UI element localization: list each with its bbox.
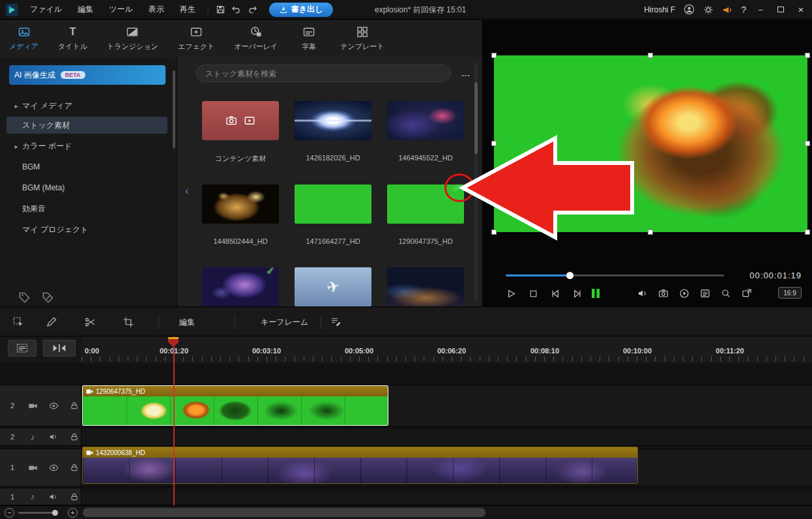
export-button[interactable]: 書き出し — [269, 3, 334, 17]
announcement-megaphone-icon[interactable] — [722, 5, 732, 15]
stock-thumbnail-1464945522[interactable] — [387, 101, 464, 140]
ai-image-generation-button[interactable]: AI 画像生成 BETA — [9, 65, 166, 85]
track-visibility-eye-icon[interactable] — [48, 400, 59, 411]
track-lock-icon[interactable] — [69, 400, 80, 411]
edit-button[interactable]: 編集 — [179, 317, 195, 328]
tag-icon[interactable] — [17, 289, 33, 305]
aspect-ratio-badge[interactable]: 16:9 — [778, 287, 802, 299]
audio-track-1-lane[interactable]: 1 ♪ — [0, 488, 812, 505]
seek-slider-knob[interactable] — [566, 272, 573, 279]
crop-trim-button[interactable] — [120, 314, 137, 331]
sidebar-item-sound-effects[interactable]: 効果音 — [0, 200, 177, 218]
sidebar-item-my-projects[interactable]: マイ プロジェクト — [0, 220, 177, 239]
pen-tool-button[interactable] — [43, 314, 60, 331]
stock-thumbnail-city[interactable] — [387, 267, 464, 306]
track-lock-icon[interactable] — [69, 462, 80, 473]
video-track-icon — [27, 462, 38, 473]
sidebar-item-bgm-meta[interactable]: BGM (Meta) — [0, 179, 177, 197]
stop-button[interactable] — [525, 285, 542, 302]
split-scissors-button[interactable] — [81, 314, 98, 331]
panel-collapse-chevron-icon[interactable]: ‹ — [182, 183, 192, 200]
save-icon[interactable] — [213, 5, 229, 14]
help-icon[interactable]: ? — [741, 5, 746, 15]
zoom-preview-button[interactable] — [718, 285, 734, 302]
zoom-in-button[interactable]: + — [68, 508, 78, 518]
tab-template[interactable]: テンプレート — [340, 25, 384, 52]
preview-quality-list-button[interactable] — [697, 285, 714, 302]
timeline-zoom-knob[interactable] — [52, 510, 58, 516]
tab-overlay[interactable]: オーバーレイ — [234, 25, 278, 52]
notes-properties-button[interactable] — [327, 314, 344, 331]
minimize-button[interactable]: – — [755, 4, 766, 16]
stock-thumbnail-nebula[interactable]: ✓ — [202, 267, 279, 306]
undo-icon[interactable] — [229, 5, 244, 15]
playhead-line — [173, 336, 175, 505]
pause-indicator-button[interactable] — [587, 285, 604, 302]
tab-effect[interactable]: エフェクト — [178, 25, 214, 52]
sidebar-item-color-board[interactable]: ▸ カラー ボード — [0, 137, 177, 155]
play-button[interactable] — [502, 285, 519, 302]
track-lock-icon[interactable] — [69, 492, 80, 502]
sidebar-scrollbar[interactable] — [173, 70, 175, 149]
render-preview-button[interactable] — [676, 285, 693, 302]
settings-gear-icon[interactable] — [703, 5, 714, 15]
track-mute-speaker-icon[interactable] — [48, 432, 59, 442]
redo-icon[interactable] — [244, 5, 260, 15]
sidebar-item-bgm[interactable]: BGM — [0, 158, 177, 176]
timeline-zoom-slider[interactable] — [18, 512, 57, 514]
snap-align-button[interactable] — [43, 340, 76, 357]
seek-slider[interactable] — [506, 274, 724, 276]
next-frame-button[interactable] — [568, 285, 585, 302]
selection-handle[interactable] — [648, 230, 653, 235]
sidebar-item-stock-media[interactable]: ストック素材 — [0, 116, 177, 134]
selection-handle[interactable] — [805, 53, 810, 58]
selection-handle[interactable] — [805, 230, 810, 235]
stock-thumbnail-1471664277[interactable] — [295, 185, 371, 224]
selection-handle[interactable] — [648, 53, 653, 58]
menu-tools[interactable]: ツール — [101, 0, 141, 20]
stock-thumbnail-1426182026[interactable] — [295, 101, 371, 140]
menu-play[interactable]: 再生 — [172, 0, 203, 20]
selection-handle[interactable] — [805, 141, 810, 146]
search-input[interactable] — [196, 65, 451, 82]
tab-transition[interactable]: トランジション — [107, 25, 158, 52]
project-status: explosion* 前回保存 15:01 — [375, 0, 466, 20]
menu-file[interactable]: ファイル — [22, 0, 70, 20]
audio-track-2-lane[interactable]: 2 ♪ — [0, 428, 812, 446]
timeline-clip-1432000638[interactable]: 1432000638_HD — [82, 447, 638, 484]
sidebar-item-label: 効果音 — [22, 203, 46, 215]
keyframe-button[interactable]: キーフレーム — [261, 317, 308, 328]
track-visibility-eye-icon[interactable] — [48, 462, 59, 473]
sidebar-item-my-media[interactable]: ▸ マイ メディア — [0, 96, 177, 115]
stock-thumbnail-1448502444[interactable] — [202, 185, 279, 224]
account-icon[interactable] — [684, 4, 695, 15]
expand-arrow-icon: ▸ — [10, 143, 22, 150]
track-mute-speaker-icon[interactable] — [48, 492, 59, 502]
menu-edit[interactable]: 編集 — [70, 0, 101, 20]
timeline-ruler[interactable]: 0:00 00:01:20 00:03:10 00:05:00 00:06:20… — [81, 336, 812, 363]
previous-frame-button[interactable] — [547, 285, 564, 302]
timeline-horizontal-scrollbar[interactable] — [83, 508, 486, 517]
track-lock-icon[interactable] — [69, 432, 80, 442]
tab-media[interactable]: メディア — [9, 25, 38, 52]
detach-preview-button[interactable] — [738, 285, 755, 302]
zoom-out-button[interactable]: − — [5, 508, 14, 518]
menu-view[interactable]: 表示 — [141, 0, 172, 20]
more-options-button[interactable]: ... — [456, 65, 476, 82]
stock-thumbnail-airplane[interactable]: ✈ — [295, 267, 371, 306]
track-number: 2 — [8, 433, 17, 441]
close-button[interactable]: × — [795, 4, 807, 16]
timeline-clip-1290647375[interactable]: 1290647375_HD — [82, 385, 388, 426]
downloaded-check-icon: ✓ — [267, 265, 275, 277]
track-manager-button[interactable] — [8, 340, 36, 357]
snapshot-camera-button[interactable] — [655, 285, 672, 302]
tab-subtitle[interactable]: 字幕 — [297, 25, 321, 52]
content-media-tile[interactable] — [202, 101, 279, 140]
tag-edit-icon[interactable] — [40, 289, 56, 305]
tab-title[interactable]: T タイトル — [58, 25, 87, 52]
maximize-button[interactable] — [775, 4, 787, 16]
thumbnail-label: コンテンツ素材 — [201, 154, 280, 164]
range-select-tool-button[interactable] — [10, 314, 27, 331]
volume-button[interactable] — [634, 285, 651, 302]
selection-handle[interactable] — [491, 53, 497, 58]
